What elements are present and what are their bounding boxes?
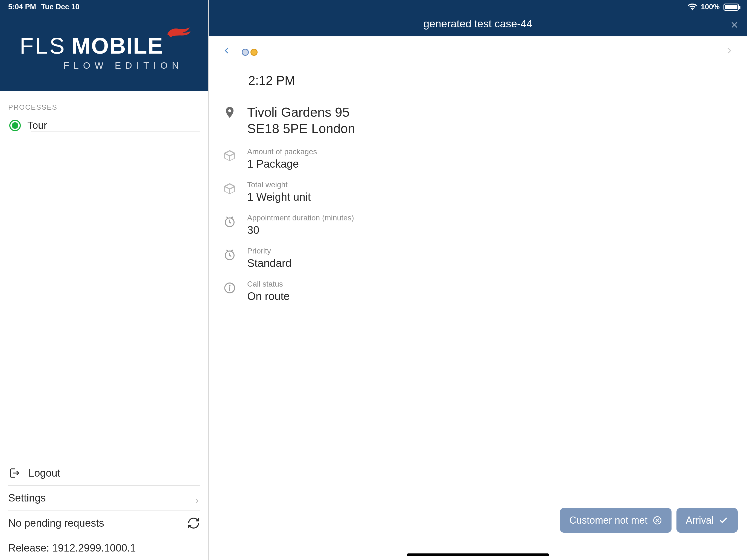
brand-logo-icon (166, 26, 192, 40)
arrival-button[interactable]: Arrival (676, 508, 738, 533)
detail-priority: Priority Standard (223, 241, 733, 274)
detail-call-status: Call status On route (223, 274, 733, 307)
detail-address: Tivoli Gardens 95 SE18 5PE London (223, 99, 733, 142)
status-value: On route (247, 290, 290, 302)
packages-value: 1 Package (247, 158, 317, 170)
address-line2: SE18 5PE London (247, 121, 355, 137)
close-button[interactable] (730, 21, 739, 29)
pending-label: No pending requests (8, 517, 104, 529)
settings-label: Settings (8, 492, 46, 504)
processes-heading: PROCESSES (8, 103, 200, 111)
detail-weight: Total weight 1 Weight unit (223, 175, 733, 208)
release-label: Release: 1912.2999.1000.1 (8, 542, 136, 554)
nav-prev-button[interactable] (223, 47, 231, 58)
wifi-icon (688, 4, 697, 11)
nav-next-button[interactable] (725, 47, 733, 58)
duration-label: Appointment duration (minutes) (247, 213, 354, 222)
status-date: Tue Dec 10 (41, 3, 80, 11)
status-label: Call status (247, 280, 290, 288)
settings-row[interactable]: Settings (8, 486, 200, 510)
sidebar: 5:04 PM Tue Dec 10 FLS MOBILE FLOW EDITI… (0, 0, 209, 560)
sync-icon (187, 516, 200, 530)
package-icon (223, 149, 236, 162)
content: 2:12 PM Tivoli Gardens 95 SE18 5PE Londo… (209, 36, 747, 560)
brand-subtitle: FLOW EDITION (63, 60, 192, 71)
detail-packages: Amount of packages 1 Package (223, 142, 733, 175)
svg-point-3 (229, 285, 230, 286)
weight-value: 1 Weight unit (247, 191, 311, 203)
address-line1: Tivoli Gardens 95 (247, 104, 355, 121)
package-icon (223, 182, 236, 195)
appointment-time: 2:12 PM (248, 73, 733, 88)
customer-not-met-label: Customer not met (569, 515, 647, 526)
main-header: 100% generated test case-44 (209, 0, 747, 36)
logout-label: Logout (28, 467, 60, 479)
status-dot-blue-icon (242, 49, 249, 56)
arrival-label: Arrival (686, 515, 714, 526)
status-bar-left: 5:04 PM Tue Dec 10 (8, 3, 80, 11)
status-dot-icon (9, 120, 21, 131)
status-time: 5:04 PM (8, 3, 36, 11)
brand-mobile: MOBILE (72, 33, 163, 59)
brand-fls: FLS (20, 33, 66, 59)
status-bar-right: 100% (688, 3, 739, 11)
priority-value: Standard (247, 257, 291, 269)
battery-pct: 100% (701, 3, 720, 11)
release-row: Release: 1912.2999.1000.1 (8, 536, 200, 560)
packages-label: Amount of packages (247, 147, 317, 156)
clock-icon (223, 215, 236, 228)
sidebar-item-tour[interactable]: Tour (8, 120, 200, 131)
sidebar-header: 5:04 PM Tue Dec 10 FLS MOBILE FLOW EDITI… (0, 0, 208, 91)
action-buttons: Customer not met Arrival (560, 508, 738, 533)
main: 100% generated test case-44 (209, 0, 747, 560)
detail-duration: Appointment duration (minutes) 30 (223, 208, 733, 241)
status-indicators (242, 49, 258, 56)
logout-row[interactable]: Logout (8, 461, 200, 486)
home-indicator (407, 554, 549, 556)
brand: FLS MOBILE FLOW EDITION (20, 33, 192, 71)
check-icon (719, 515, 728, 525)
status-dot-orange-icon (251, 49, 258, 56)
duration-value: 30 (247, 224, 354, 236)
page-title: generated test case-44 (423, 18, 533, 30)
pending-requests-row[interactable]: No pending requests (8, 510, 200, 536)
weight-label: Total weight (247, 180, 311, 189)
sidebar-item-label: Tour (27, 120, 47, 131)
location-pin-icon (223, 106, 236, 119)
chevron-right-icon (194, 495, 200, 502)
battery-icon (723, 4, 739, 11)
info-icon (223, 281, 236, 295)
cancel-circle-icon (652, 515, 662, 525)
priority-label: Priority (247, 247, 291, 255)
clock-icon (223, 248, 236, 261)
logout-icon (8, 467, 21, 479)
customer-not-met-button[interactable]: Customer not met (560, 508, 672, 533)
